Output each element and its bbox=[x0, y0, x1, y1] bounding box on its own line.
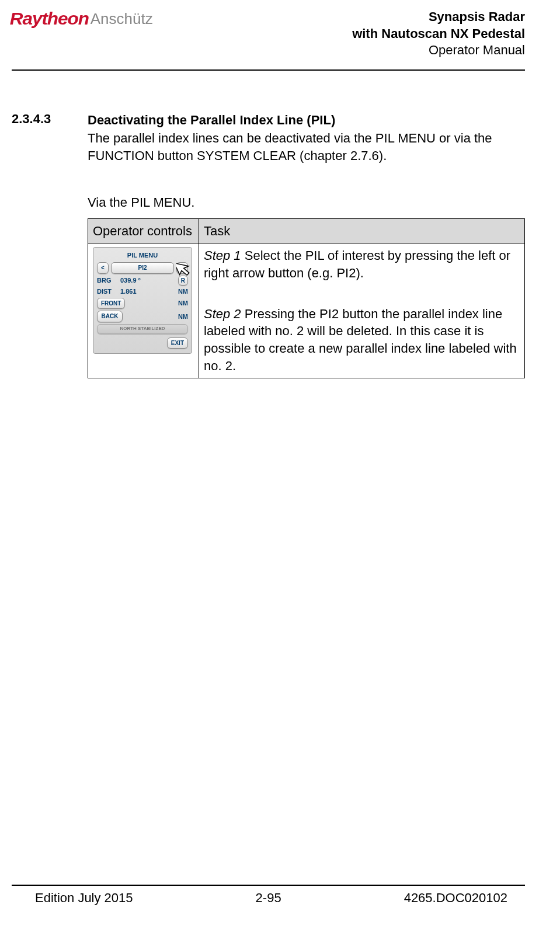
doc-title-line1: Synapsis Radar bbox=[352, 9, 525, 26]
section-number: 2.3.4.3 bbox=[12, 112, 70, 379]
pil-dist-value: 1.861 bbox=[119, 287, 173, 296]
pil-select-button[interactable]: PI2 bbox=[111, 262, 174, 274]
step-1-text: Select the PIL of interest by pressing t… bbox=[204, 248, 510, 280]
table-row: PIL MENU < PI2 > BRG 039.9 ° bbox=[88, 243, 525, 378]
step-1-label: Step 1 bbox=[204, 248, 241, 263]
document-title-block: Synapsis Radar with Nautoscan NX Pedesta… bbox=[352, 9, 525, 59]
pil-menu-panel: PIL MENU < PI2 > BRG 039.9 ° bbox=[93, 247, 192, 354]
logo-sub-text: Anschütz bbox=[91, 10, 153, 28]
footer-divider bbox=[12, 885, 525, 886]
task-cell: Step 1 Select the PIL of interest by pre… bbox=[199, 243, 525, 378]
page-footer-block: Edition July 2015 2-95 4265.DOC020102 bbox=[12, 885, 525, 906]
pil-dist-unit: NM bbox=[175, 287, 188, 296]
doc-title-line2: with Nautoscan NX Pedestal bbox=[352, 26, 525, 43]
footer-doc-id: 4265.DOC020102 bbox=[404, 890, 507, 906]
cursor-pointer-icon bbox=[176, 258, 194, 279]
svg-marker-0 bbox=[176, 258, 192, 278]
pil-menu-title: PIL MENU bbox=[97, 251, 188, 260]
step-2: Step 2 Pressing the PI2 button the paral… bbox=[204, 305, 520, 375]
table-header-task: Task bbox=[199, 218, 525, 243]
pil-brg-value: 039.9 ° bbox=[119, 276, 176, 285]
pil-front-unit: NM bbox=[175, 299, 188, 308]
procedure-table: Operator controls Task PIL MENU < bbox=[88, 218, 525, 379]
page-header: Raytheon Anschütz Synapsis Radar with Na… bbox=[12, 9, 525, 65]
pil-left-arrow-button[interactable]: < bbox=[97, 262, 109, 274]
footer-edition: Edition July 2015 bbox=[35, 890, 133, 906]
doc-title-line3: Operator Manual bbox=[352, 42, 525, 59]
page-content: 2.3.4.3 Deactivating the Parallel Index … bbox=[12, 71, 525, 885]
logo-brand-text: Raytheon bbox=[10, 9, 89, 29]
pil-brg-label: BRG bbox=[97, 276, 117, 285]
pil-north-stabilized-button[interactable]: NORTH STABILIZED bbox=[97, 324, 188, 334]
pil-front-button[interactable]: FRONT bbox=[97, 298, 125, 309]
section-subhead: Via the PIL MENU. bbox=[88, 194, 525, 211]
pil-exit-button[interactable]: EXIT bbox=[167, 337, 188, 349]
pil-dist-label: DIST bbox=[97, 287, 117, 296]
footer-page-number: 2-95 bbox=[256, 890, 281, 906]
pil-back-unit: NM bbox=[175, 312, 188, 321]
step-2-label: Step 2 bbox=[204, 307, 241, 321]
section-intro: The parallel index lines can be deactiva… bbox=[88, 130, 525, 164]
company-logo: Raytheon Anschütz bbox=[12, 9, 153, 29]
step-1: Step 1 Select the PIL of interest by pre… bbox=[204, 247, 520, 281]
section-title: Deactivating the Parallel Index Line (PI… bbox=[88, 112, 525, 129]
operator-controls-cell: PIL MENU < PI2 > BRG 039.9 ° bbox=[88, 243, 199, 378]
pil-back-button[interactable]: BACK bbox=[97, 311, 123, 322]
step-2-text: Pressing the PI2 button the parallel ind… bbox=[204, 307, 517, 373]
table-header-operator-controls: Operator controls bbox=[88, 218, 199, 243]
